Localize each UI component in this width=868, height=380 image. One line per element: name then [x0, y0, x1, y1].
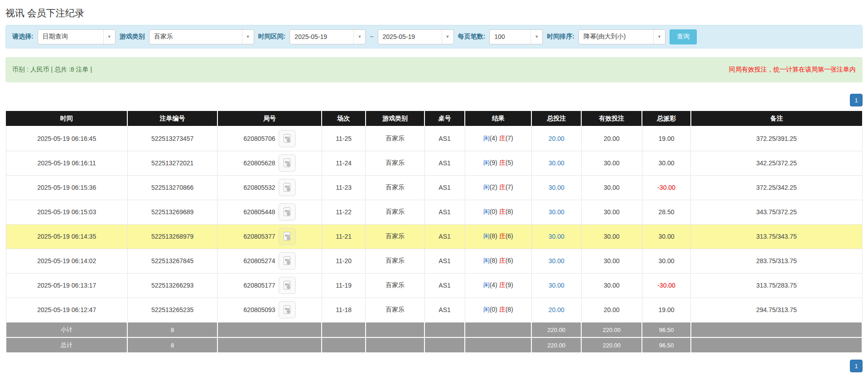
result-banker-label: 庄 [499, 257, 506, 264]
subtotal-count: 8 [127, 322, 217, 337]
subtotal-label: 小计 [6, 322, 127, 337]
video-replay-button[interactable] [279, 277, 296, 294]
game-type-label: 游戏类别 [120, 33, 145, 41]
chevron-down-icon: ▼ [353, 30, 365, 44]
cell-table-no: AS1 [424, 175, 465, 200]
table-row[interactable]: 2025-05-19 06:13:17522513266293620805177… [6, 273, 862, 298]
total-bet-link[interactable]: 30.00 [549, 282, 564, 289]
date-from-select[interactable]: 2025-05-19 ▼ [289, 29, 366, 44]
date-from-value: 2025-05-19 [294, 33, 327, 40]
cell-bet-id: 522513270866 [127, 175, 217, 200]
cell-total-bet: 30.00 [531, 249, 581, 273]
table-row[interactable]: 2025-05-19 06:15:36522513270866620805532… [6, 175, 862, 200]
video-replay-button[interactable] [279, 252, 296, 269]
cell-bet-id: 522513268979 [127, 224, 217, 249]
subtotal-empty [366, 322, 424, 337]
cell-result: 闲(2) 庄(7) [465, 175, 531, 200]
header-session: 场次 [322, 111, 365, 126]
result-player-points: (4) [490, 135, 499, 142]
result-banker-points: (9) [506, 281, 513, 289]
cell-table-no: AS1 [424, 273, 465, 298]
cell-bet-id: 522513265235 [127, 298, 217, 322]
video-file-icon [282, 182, 293, 193]
cell-session: 11-21 [322, 224, 365, 249]
cell-session: 11-23 [322, 175, 365, 200]
total-bet-link[interactable]: 30.00 [549, 159, 564, 167]
header-remark: 备注 [691, 111, 862, 126]
video-replay-button[interactable] [279, 228, 296, 245]
page-size-select[interactable]: 100 ▼ [489, 29, 543, 44]
round-id-value: 620805448 [244, 208, 275, 216]
video-file-icon [282, 133, 293, 144]
date-to-select[interactable]: 2025-05-19 ▼ [378, 29, 454, 44]
video-replay-button[interactable] [279, 130, 296, 147]
subtotal-payout: 96.50 [642, 322, 691, 337]
header-total-bet: 总投注 [531, 111, 581, 126]
cell-round-id: 620805093 [217, 298, 322, 322]
time-range-label: 时间区间: [258, 33, 286, 41]
result-banker-points: (7) [506, 183, 513, 191]
total-bet-link[interactable]: 30.00 [549, 208, 564, 216]
page-1-button[interactable]: 1 [850, 360, 863, 372]
cell-game-type: 百家乐 [366, 249, 424, 273]
video-file-icon [282, 231, 293, 242]
result-banker-label: 庄 [499, 183, 506, 191]
round-id-value: 620805177 [244, 282, 275, 289]
grand-total-empty [465, 337, 531, 353]
table-row[interactable]: 2025-05-19 06:14:02522513267845620805274… [6, 249, 862, 273]
query-type-select[interactable]: 日期查询 ▼ [38, 29, 116, 44]
cell-round-id: 620805274 [217, 249, 322, 273]
table-row[interactable]: 2025-05-19 06:14:35522513268979620805377… [6, 224, 862, 249]
cell-valid-bet: 30.00 [581, 249, 642, 273]
round-id-value: 620805706 [244, 135, 275, 142]
subtotal-row: 小计 8 220.00 220.00 96.50 [6, 322, 862, 337]
cell-valid-bet: 20.00 [581, 298, 642, 322]
cell-round-id: 620805448 [217, 200, 322, 224]
subtotal-total-bet: 220.00 [531, 322, 581, 337]
select-type-label: 请选择: [12, 33, 34, 41]
result-player-label: 闲 [483, 257, 490, 264]
game-type-value: 百家乐 [154, 33, 173, 41]
cell-payout: 19.00 [642, 298, 691, 322]
total-bet-link[interactable]: 30.00 [549, 184, 564, 191]
result-player-points: (4) [490, 281, 499, 289]
cell-time: 2025-05-19 06:16:11 [6, 151, 127, 175]
video-replay-button[interactable] [279, 203, 296, 221]
sort-order-select[interactable]: 降幂(由大到小) ▼ [579, 29, 665, 44]
cell-valid-bet: 30.00 [581, 151, 642, 175]
cell-bet-id: 522513266293 [127, 273, 217, 298]
result-player-label: 闲 [483, 208, 490, 215]
table-row[interactable]: 2025-05-19 06:15:03522513269689620805448… [6, 200, 862, 224]
round-id-value: 620805628 [244, 159, 275, 167]
total-bet-link[interactable]: 30.00 [549, 257, 564, 265]
grand-total-payout: 96.50 [642, 337, 691, 353]
valid-bet-notice: 同局有效投注，统一计算在该局第一张注单内 [729, 66, 856, 74]
video-replay-button[interactable] [279, 179, 296, 196]
table-row[interactable]: 2025-05-19 06:12:47522513265235620805093… [6, 298, 862, 322]
table-row[interactable]: 2025-05-19 06:16:45522513273457620805706… [6, 126, 862, 151]
sort-order-value: 降幂(由大到小) [583, 33, 626, 41]
chevron-down-icon: ▼ [653, 30, 665, 44]
cell-table-no: AS1 [424, 298, 465, 322]
total-bet-link[interactable]: 30.00 [549, 233, 564, 240]
cell-remark: 313.75/283.75 [691, 273, 862, 298]
total-bet-link[interactable]: 20.00 [549, 306, 564, 313]
video-file-icon [282, 280, 293, 291]
page-1-button[interactable]: 1 [850, 94, 863, 106]
round-id-group: 620805093 [244, 301, 296, 318]
cell-game-type: 百家乐 [366, 151, 424, 175]
video-replay-button[interactable] [279, 301, 296, 318]
grand-total-valid-bet: 220.00 [581, 337, 642, 353]
result-player-label: 闲 [483, 281, 490, 289]
total-bet-link[interactable]: 20.00 [549, 135, 564, 142]
chevron-down-icon: ▼ [242, 30, 254, 44]
game-type-select[interactable]: 百家乐 ▼ [149, 29, 254, 44]
round-id-value: 620805093 [244, 306, 275, 313]
cell-result: 闲(9) 庄(5) [465, 151, 531, 175]
table-row[interactable]: 2025-05-19 06:16:11522513272021620805628… [6, 151, 862, 175]
cell-time: 2025-05-19 06:15:03 [6, 200, 127, 224]
cell-time: 2025-05-19 06:15:36 [6, 175, 127, 200]
search-button[interactable]: 查询 [670, 29, 697, 44]
video-replay-button[interactable] [279, 154, 296, 172]
result-banker-points: (5) [506, 159, 513, 166]
